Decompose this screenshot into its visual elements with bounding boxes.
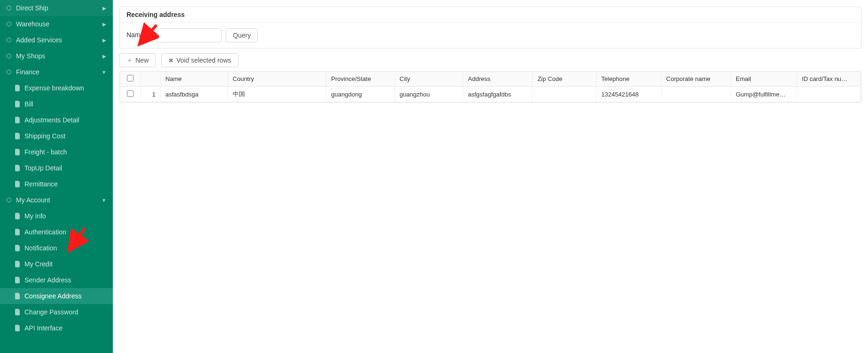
sidebar-item-my-shops[interactable]: My Shops▶ (0, 48, 113, 64)
sidebar-item-label: Notification (24, 244, 106, 252)
chevron-down-icon: ▼ (102, 70, 106, 75)
chevron-right-icon: ▶ (103, 6, 106, 11)
row-index: 1 (141, 87, 160, 102)
header-email[interactable]: Email (731, 72, 797, 87)
table-header-row: Name Country Province/State City Address… (120, 72, 861, 87)
sidebar-item-api-interface[interactable]: API Interface (0, 320, 113, 336)
file-icon (15, 277, 21, 283)
table-wrap: Name Country Province/State City Address… (119, 71, 861, 103)
file-icon (15, 149, 21, 155)
file-icon (15, 293, 21, 299)
cell-name: asfasfbdsga (160, 87, 228, 102)
close-icon: ✖ (168, 57, 174, 64)
sidebar-item-label: My Info (24, 212, 106, 220)
file-icon (15, 229, 21, 235)
file-icon (15, 309, 21, 315)
sidebar-item-label: Adjustments Detail (24, 116, 106, 124)
file-icon (15, 133, 21, 139)
circle-icon (7, 54, 11, 58)
sidebar-item-my-credit[interactable]: My Credit (0, 256, 113, 272)
sidebar-item-freight-batch[interactable]: Freight - batch (0, 144, 113, 160)
sidebar-item-direct-ship[interactable]: Direct Ship▶ (0, 0, 113, 16)
cell-zip (533, 87, 597, 102)
panel-body: Name： Query (120, 23, 861, 48)
query-button-label: Query (233, 32, 251, 39)
file-icon (15, 245, 21, 251)
name-label: Name： (126, 31, 150, 40)
sidebar-item-label: Change Password (24, 308, 106, 316)
search-panel: Receiving address Name： Query (119, 7, 861, 48)
sidebar-submenu-finance: Expense breakdownBillAdjustments DetailS… (0, 80, 113, 192)
sidebar-item-expense-breakdown[interactable]: Expense breakdown (0, 80, 113, 96)
void-button[interactable]: ✖ Void selected rows (161, 53, 238, 67)
sidebar-item-bill[interactable]: Bill (0, 96, 113, 112)
sidebar-item-label: Sender Address (24, 276, 106, 284)
cell-province: guangdong (326, 87, 395, 102)
header-checkbox-cell (120, 72, 141, 87)
sidebar-item-label: Warehouse (16, 20, 103, 28)
main-content: Receiving address Name： Query ＋ New ✖ Vo… (113, 0, 868, 353)
sidebar-item-shipping-cost[interactable]: Shipping Cost (0, 128, 113, 144)
header-corporate[interactable]: Corporate name (661, 72, 731, 87)
circle-icon (7, 22, 11, 26)
sidebar: Direct Ship▶Warehouse▶Added Services▶My … (0, 0, 113, 353)
file-icon (15, 85, 21, 91)
header-province[interactable]: Province/State (326, 72, 395, 87)
header-country[interactable]: Country (228, 72, 326, 87)
sidebar-submenu-my-account: My InfoAuthenticationNotificationMy Cred… (0, 208, 113, 336)
select-all-checkbox[interactable] (127, 75, 134, 81)
toolbar: ＋ New ✖ Void selected rows (119, 53, 861, 67)
sidebar-item-change-password[interactable]: Change Password (0, 304, 113, 320)
name-input[interactable] (156, 28, 222, 42)
header-name[interactable]: Name (160, 72, 228, 87)
cell-address: asfgsfagfgafdbs (463, 87, 533, 102)
address-table: Name Country Province/State City Address… (120, 72, 861, 102)
sidebar-item-added-services[interactable]: Added Services▶ (0, 32, 113, 48)
sidebar-item-my-info[interactable]: My Info (0, 208, 113, 224)
cell-country: 中国 (228, 87, 326, 102)
file-icon (15, 181, 21, 187)
sidebar-item-finance[interactable]: Finance▼ (0, 64, 113, 80)
header-city[interactable]: City (395, 72, 463, 87)
sidebar-item-topup-detail[interactable]: TopUp Detail (0, 160, 113, 176)
sidebar-item-label: Freight - batch (24, 148, 106, 156)
header-address[interactable]: Address (463, 72, 533, 87)
sidebar-item-remittance[interactable]: Remittance (0, 176, 113, 192)
circle-icon (7, 198, 11, 202)
sidebar-item-label: Consignee Address (24, 292, 106, 300)
header-telephone[interactable]: Telephone (596, 72, 661, 87)
new-button-label: New (135, 56, 149, 64)
query-button[interactable]: Query (226, 28, 258, 42)
panel-title: Receiving address (120, 7, 861, 23)
chevron-down-icon: ▼ (102, 198, 106, 203)
sidebar-item-consignee-address[interactable]: Consignee Address (0, 288, 113, 304)
sidebar-item-label: Authentication (24, 228, 106, 236)
sidebar-item-label: My Credit (24, 260, 106, 268)
sidebar-item-label: Added Services (16, 36, 103, 44)
sidebar-item-label: Remittance (24, 180, 106, 188)
sidebar-item-warehouse[interactable]: Warehouse▶ (0, 16, 113, 32)
sidebar-item-label: Bill (24, 100, 106, 108)
sidebar-item-my-account[interactable]: My Account▼ (0, 192, 113, 208)
cell-corporate (661, 87, 731, 102)
header-zip[interactable]: Zip Code (533, 72, 597, 87)
table-row[interactable]: 1asfasfbdsga中国guangdongguangzhouasfgsfag… (120, 87, 861, 102)
circle-icon (7, 38, 11, 42)
cell-idcard (797, 87, 861, 102)
file-icon (15, 101, 21, 107)
sidebar-item-authentication[interactable]: Authentication (0, 224, 113, 240)
row-checkbox[interactable] (127, 90, 134, 97)
sidebar-item-adjustments-detail[interactable]: Adjustments Detail (0, 112, 113, 128)
file-icon (15, 213, 21, 219)
void-button-label: Void selected rows (176, 56, 231, 64)
sidebar-item-label: My Account (16, 196, 102, 204)
sidebar-item-notification[interactable]: Notification (0, 240, 113, 256)
chevron-right-icon: ▶ (103, 38, 106, 43)
cell-email: Gump@fulfillme… (731, 87, 797, 102)
header-idcard[interactable]: ID card/Tax nu… (797, 72, 861, 87)
new-button[interactable]: ＋ New (119, 53, 156, 67)
chevron-right-icon: ▶ (103, 22, 106, 27)
sidebar-item-sender-address[interactable]: Sender Address (0, 272, 113, 288)
sidebar-item-label: Finance (16, 68, 102, 76)
chevron-right-icon: ▶ (103, 54, 106, 59)
